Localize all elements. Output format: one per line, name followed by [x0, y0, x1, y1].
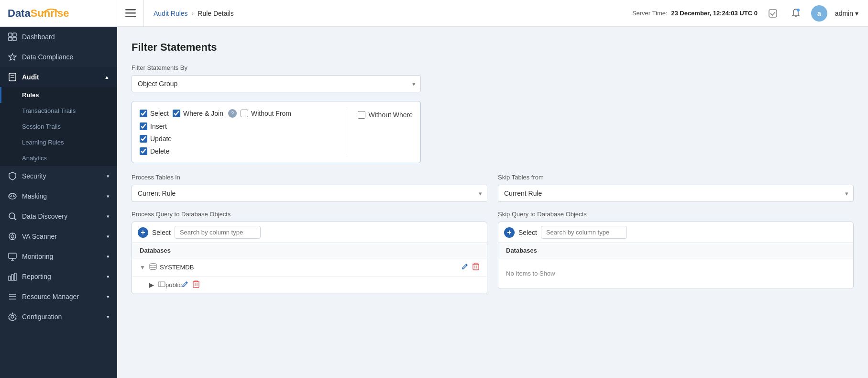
- cb-delete[interactable]: Delete: [140, 147, 169, 155]
- svg-point-32: [11, 315, 14, 318]
- filter-right-panel: Without Where: [346, 109, 413, 155]
- data-compliance-icon: [8, 52, 17, 62]
- systemdb-name: SYSTEMDB: [160, 264, 461, 271]
- sidebar-item-learning-rules[interactable]: Learning Rules: [0, 134, 117, 150]
- process-search-input[interactable]: [175, 226, 261, 239]
- systemdb-actions: [461, 263, 479, 272]
- cb-delete-label: Delete: [150, 147, 169, 155]
- cb-without-from-input[interactable]: [241, 110, 248, 117]
- skip-add-button[interactable]: +: [504, 227, 515, 238]
- sidebar-item-configuration[interactable]: Configuration ▾: [0, 307, 117, 327]
- cb-without-where-input[interactable]: [358, 111, 365, 119]
- cb-without-from[interactable]: Without From: [241, 110, 291, 117]
- public-expand-icon[interactable]: ▶: [149, 281, 154, 289]
- sidebar-item-session-trails[interactable]: Session Trails: [0, 119, 117, 134]
- filter-by-select[interactable]: Object Group Database Object Query Type: [132, 76, 420, 92]
- process-select-btn-label[interactable]: Select: [152, 229, 171, 236]
- cb-where-join[interactable]: Where & Join: [173, 110, 223, 117]
- cb-insert-input[interactable]: [140, 122, 147, 130]
- public-actions: [182, 280, 199, 289]
- security-chevron-icon: ▾: [107, 173, 110, 179]
- systemdb-expand-icon[interactable]: ▼: [140, 264, 145, 271]
- skip-tables-section: Skip Tables from Current Rule ▾: [498, 174, 854, 202]
- skip-tables-select[interactable]: Current Rule: [498, 185, 853, 201]
- sidebar-item-dashboard[interactable]: Dashboard: [0, 27, 117, 47]
- monitoring-icon: [8, 252, 17, 261]
- process-skip-tables-row: Process Tables in Current Rule ▾ Skip Ta…: [132, 174, 854, 202]
- svg-point-5: [797, 9, 800, 11]
- public-edit-button[interactable]: [182, 280, 189, 289]
- skip-tables-label: Skip Tables from: [498, 174, 854, 181]
- sidebar-item-security[interactable]: Security ▾: [0, 166, 117, 186]
- filter-by-section: Filter Statements By Object Group Databa…: [132, 64, 854, 92]
- star-icon: [8, 53, 17, 61]
- sidebar-item-masking[interactable]: Masking ▾: [0, 186, 117, 206]
- search-icon: [8, 212, 17, 221]
- sidebar-item-data-discovery[interactable]: Data Discovery ▾: [0, 206, 117, 226]
- admin-menu[interactable]: admin ▾: [835, 10, 858, 17]
- cb-select-input[interactable]: [140, 110, 147, 117]
- nav-toggle-button[interactable]: [117, 0, 144, 26]
- sidebar-item-label: Dashboard: [22, 33, 110, 41]
- database-icon: [149, 263, 157, 272]
- cb-select[interactable]: Select: [140, 110, 169, 117]
- breadcrumb-parent[interactable]: Audit Rules: [154, 10, 188, 17]
- cb-without-where[interactable]: Without Where: [358, 111, 413, 119]
- sidebar-item-reporting[interactable]: Reporting ▾: [0, 267, 117, 287]
- svg-point-15: [10, 195, 11, 197]
- process-add-button[interactable]: +: [138, 227, 148, 238]
- reporting-chevron-icon: ▾: [107, 274, 110, 280]
- skip-search-input[interactable]: [541, 226, 627, 239]
- sidebar-item-va-scanner-label: VA Scanner: [22, 233, 102, 240]
- skip-db-table-header: Databases: [498, 243, 853, 258]
- systemdb-delete-button[interactable]: [472, 263, 479, 272]
- audit-icon: [8, 72, 17, 82]
- sidebar-item-security-label: Security: [22, 172, 102, 180]
- logo-arc-icon: [39, 5, 63, 14]
- sidebar-item-configuration-label: Configuration: [22, 313, 102, 321]
- cb-update-label: Update: [150, 135, 172, 143]
- filter-left-panel: Select Where & Join ? Without From: [140, 109, 346, 155]
- process-tables-select-wrapper: Current Rule ▾: [132, 185, 487, 202]
- cb-row-2: Insert: [140, 122, 338, 130]
- menu-icon: [125, 9, 136, 18]
- sidebar-item-audit[interactable]: Audit ▲: [0, 67, 117, 87]
- trash-icon2: [193, 280, 199, 288]
- shield-icon: [9, 172, 16, 180]
- avatar[interactable]: a: [811, 5, 827, 22]
- sidebar-item-data-compliance[interactable]: Data Compliance: [0, 47, 117, 67]
- sidebar-item-rules[interactable]: Rules: [0, 87, 117, 103]
- top-header: DataSunrise Audit Rules › Rule Details S…: [0, 0, 868, 27]
- process-tables-select[interactable]: Current Rule: [132, 185, 487, 201]
- skip-select-btn-label[interactable]: Select: [518, 229, 537, 236]
- breadcrumb: Audit Rules › Rule Details: [144, 10, 623, 17]
- sidebar-item-transactional-trails[interactable]: Transactional Trails: [0, 103, 117, 119]
- data-discovery-icon: [8, 211, 17, 221]
- va-scanner-icon: [8, 232, 17, 241]
- process-db-section: + Select Databases ▼ SYSTEMDB: [132, 222, 487, 294]
- sidebar-item-monitoring[interactable]: Monitoring ▾: [0, 246, 117, 267]
- page-title: Filter Statements: [132, 41, 854, 54]
- cb-insert[interactable]: Insert: [140, 122, 167, 130]
- content-area: Filter Statements Filter Statements By O…: [117, 27, 868, 378]
- header-right: Server Time: 23 December, 12:24:03 UTC 0…: [623, 5, 868, 22]
- schema-icon: [158, 280, 165, 289]
- public-delete-button[interactable]: [193, 280, 199, 289]
- cb-row-3: Update: [140, 135, 338, 143]
- checkmark-icon-button[interactable]: [765, 6, 780, 21]
- sidebar-item-resource-manager[interactable]: Resource Manager ▾: [0, 287, 117, 307]
- trash-icon: [472, 263, 479, 270]
- breadcrumb-current: Rule Details: [198, 10, 233, 17]
- systemdb-edit-button[interactable]: [461, 263, 469, 272]
- cb-delete-input[interactable]: [140, 147, 147, 155]
- cb-where-join-input[interactable]: [173, 110, 180, 117]
- notification-bell-button[interactable]: [788, 6, 803, 21]
- resource-manager-icon: [8, 292, 17, 301]
- svg-point-16: [13, 195, 15, 197]
- help-icon[interactable]: ?: [228, 109, 237, 118]
- process-db-header: + Select: [132, 222, 487, 243]
- cb-update[interactable]: Update: [140, 135, 172, 143]
- cb-update-input[interactable]: [140, 135, 147, 143]
- sidebar-item-va-scanner[interactable]: VA Scanner ▾: [0, 226, 117, 246]
- sidebar-item-analytics[interactable]: Analytics: [0, 150, 117, 166]
